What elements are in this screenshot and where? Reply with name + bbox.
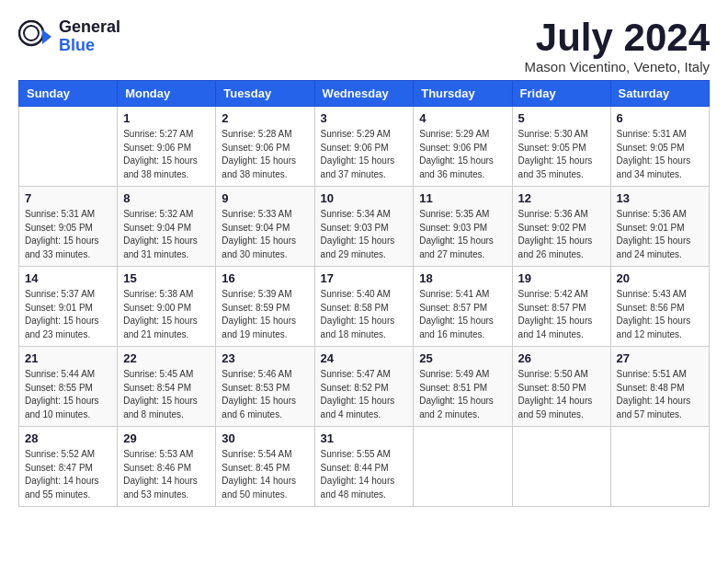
day-number: 5 bbox=[518, 111, 605, 125]
day-info: Sunrise: 5:49 AM Sunset: 8:51 PM Dayligh… bbox=[419, 368, 506, 421]
calendar-cell: 22Sunrise: 5:45 AM Sunset: 8:54 PM Dayli… bbox=[118, 347, 216, 427]
day-info: Sunrise: 5:28 AM Sunset: 9:06 PM Dayligh… bbox=[222, 128, 308, 181]
day-info: Sunrise: 5:51 AM Sunset: 8:48 PM Dayligh… bbox=[617, 368, 703, 421]
day-info: Sunrise: 5:46 AM Sunset: 8:53 PM Dayligh… bbox=[222, 368, 308, 421]
logo-text: General Blue bbox=[59, 18, 120, 55]
calendar-cell: 9Sunrise: 5:33 AM Sunset: 9:04 PM Daylig… bbox=[216, 187, 314, 267]
day-info: Sunrise: 5:50 AM Sunset: 8:50 PM Dayligh… bbox=[518, 368, 605, 421]
day-number: 15 bbox=[123, 271, 210, 285]
day-info: Sunrise: 5:55 AM Sunset: 8:44 PM Dayligh… bbox=[321, 448, 408, 501]
day-info: Sunrise: 5:38 AM Sunset: 9:00 PM Dayligh… bbox=[123, 288, 210, 341]
calendar-cell: 12Sunrise: 5:36 AM Sunset: 9:02 PM Dayli… bbox=[512, 187, 610, 267]
calendar-cell bbox=[512, 427, 610, 507]
calendar-cell: 11Sunrise: 5:35 AM Sunset: 9:03 PM Dayli… bbox=[414, 187, 512, 267]
day-info: Sunrise: 5:30 AM Sunset: 9:05 PM Dayligh… bbox=[518, 128, 605, 181]
logo-icon bbox=[18, 20, 51, 53]
calendar-cell: 20Sunrise: 5:43 AM Sunset: 8:56 PM Dayli… bbox=[610, 267, 709, 347]
day-info: Sunrise: 5:54 AM Sunset: 8:45 PM Dayligh… bbox=[222, 448, 308, 501]
day-number: 9 bbox=[222, 191, 308, 205]
logo-blue: Blue bbox=[59, 37, 120, 55]
calendar-cell: 8Sunrise: 5:32 AM Sunset: 9:04 PM Daylig… bbox=[118, 187, 216, 267]
calendar-week-1: 1Sunrise: 5:27 AM Sunset: 9:06 PM Daylig… bbox=[19, 107, 710, 187]
calendar-table: SundayMondayTuesdayWednesdayThursdayFrid… bbox=[18, 80, 710, 507]
day-info: Sunrise: 5:33 AM Sunset: 9:04 PM Dayligh… bbox=[222, 208, 308, 261]
header-wednesday: Wednesday bbox=[314, 81, 414, 107]
day-info: Sunrise: 5:43 AM Sunset: 8:56 PM Dayligh… bbox=[617, 288, 703, 341]
day-number: 18 bbox=[419, 271, 506, 285]
day-number: 16 bbox=[222, 271, 308, 285]
calendar-cell bbox=[414, 427, 512, 507]
day-info: Sunrise: 5:29 AM Sunset: 9:06 PM Dayligh… bbox=[321, 128, 408, 181]
header-tuesday: Tuesday bbox=[216, 81, 314, 107]
calendar-cell: 23Sunrise: 5:46 AM Sunset: 8:53 PM Dayli… bbox=[216, 347, 314, 427]
calendar-week-3: 14Sunrise: 5:37 AM Sunset: 9:01 PM Dayli… bbox=[19, 267, 710, 347]
day-info: Sunrise: 5:44 AM Sunset: 8:55 PM Dayligh… bbox=[25, 368, 111, 421]
header-saturday: Saturday bbox=[610, 81, 709, 107]
calendar-cell: 18Sunrise: 5:41 AM Sunset: 8:57 PM Dayli… bbox=[414, 267, 512, 347]
calendar-cell: 17Sunrise: 5:40 AM Sunset: 8:58 PM Dayli… bbox=[314, 267, 414, 347]
day-number: 27 bbox=[617, 351, 703, 365]
day-number: 24 bbox=[321, 351, 408, 365]
calendar-cell: 14Sunrise: 5:37 AM Sunset: 9:01 PM Dayli… bbox=[19, 267, 118, 347]
day-number: 14 bbox=[25, 271, 111, 285]
calendar-cell: 15Sunrise: 5:38 AM Sunset: 9:00 PM Dayli… bbox=[118, 267, 216, 347]
calendar-cell bbox=[19, 107, 118, 187]
day-number: 8 bbox=[123, 191, 210, 205]
day-info: Sunrise: 5:34 AM Sunset: 9:03 PM Dayligh… bbox=[321, 208, 408, 261]
calendar-cell: 10Sunrise: 5:34 AM Sunset: 9:03 PM Dayli… bbox=[314, 187, 414, 267]
day-number: 4 bbox=[419, 111, 506, 125]
logo: General Blue bbox=[18, 18, 120, 55]
day-number: 12 bbox=[518, 191, 605, 205]
calendar-cell: 13Sunrise: 5:36 AM Sunset: 9:01 PM Dayli… bbox=[610, 187, 709, 267]
day-info: Sunrise: 5:32 AM Sunset: 9:04 PM Dayligh… bbox=[123, 208, 210, 261]
day-number: 11 bbox=[419, 191, 506, 205]
day-info: Sunrise: 5:31 AM Sunset: 9:05 PM Dayligh… bbox=[617, 128, 703, 181]
day-info: Sunrise: 5:47 AM Sunset: 8:52 PM Dayligh… bbox=[321, 368, 408, 421]
calendar-week-4: 21Sunrise: 5:44 AM Sunset: 8:55 PM Dayli… bbox=[19, 347, 710, 427]
title-block: July 2024 Mason Vicentino, Veneto, Italy bbox=[524, 18, 710, 75]
day-number: 28 bbox=[25, 431, 111, 445]
day-number: 25 bbox=[419, 351, 506, 365]
day-info: Sunrise: 5:36 AM Sunset: 9:01 PM Dayligh… bbox=[617, 208, 703, 261]
day-number: 19 bbox=[518, 271, 605, 285]
header-monday: Monday bbox=[118, 81, 216, 107]
calendar-cell: 31Sunrise: 5:55 AM Sunset: 8:44 PM Dayli… bbox=[314, 427, 414, 507]
day-number: 20 bbox=[617, 271, 703, 285]
day-number: 22 bbox=[123, 351, 210, 365]
page-header: General Blue July 2024 Mason Vicentino, … bbox=[18, 18, 710, 75]
day-number: 13 bbox=[617, 191, 703, 205]
calendar-header-row: SundayMondayTuesdayWednesdayThursdayFrid… bbox=[19, 81, 710, 107]
day-info: Sunrise: 5:29 AM Sunset: 9:06 PM Dayligh… bbox=[419, 128, 506, 181]
calendar-cell: 1Sunrise: 5:27 AM Sunset: 9:06 PM Daylig… bbox=[118, 107, 216, 187]
calendar-cell: 16Sunrise: 5:39 AM Sunset: 8:59 PM Dayli… bbox=[216, 267, 314, 347]
day-info: Sunrise: 5:45 AM Sunset: 8:54 PM Dayligh… bbox=[123, 368, 210, 421]
calendar-cell: 25Sunrise: 5:49 AM Sunset: 8:51 PM Dayli… bbox=[414, 347, 512, 427]
header-friday: Friday bbox=[512, 81, 610, 107]
calendar-cell: 2Sunrise: 5:28 AM Sunset: 9:06 PM Daylig… bbox=[216, 107, 314, 187]
day-number: 10 bbox=[321, 191, 408, 205]
day-number: 17 bbox=[321, 271, 408, 285]
day-info: Sunrise: 5:35 AM Sunset: 9:03 PM Dayligh… bbox=[419, 208, 506, 261]
month-title: July 2024 bbox=[524, 18, 710, 57]
calendar-cell: 24Sunrise: 5:47 AM Sunset: 8:52 PM Dayli… bbox=[314, 347, 414, 427]
calendar-cell: 4Sunrise: 5:29 AM Sunset: 9:06 PM Daylig… bbox=[414, 107, 512, 187]
day-number: 21 bbox=[25, 351, 111, 365]
day-info: Sunrise: 5:53 AM Sunset: 8:46 PM Dayligh… bbox=[123, 448, 210, 501]
calendar-cell: 21Sunrise: 5:44 AM Sunset: 8:55 PM Dayli… bbox=[19, 347, 118, 427]
svg-marker-2 bbox=[42, 29, 51, 44]
calendar-week-5: 28Sunrise: 5:52 AM Sunset: 8:47 PM Dayli… bbox=[19, 427, 710, 507]
calendar-cell: 29Sunrise: 5:53 AM Sunset: 8:46 PM Dayli… bbox=[118, 427, 216, 507]
day-info: Sunrise: 5:39 AM Sunset: 8:59 PM Dayligh… bbox=[222, 288, 308, 341]
calendar-cell: 6Sunrise: 5:31 AM Sunset: 9:05 PM Daylig… bbox=[610, 107, 709, 187]
day-number: 26 bbox=[518, 351, 605, 365]
day-number: 23 bbox=[222, 351, 308, 365]
svg-point-1 bbox=[24, 26, 39, 40]
day-info: Sunrise: 5:27 AM Sunset: 9:06 PM Dayligh… bbox=[123, 128, 210, 181]
day-number: 31 bbox=[321, 431, 408, 445]
location: Mason Vicentino, Veneto, Italy bbox=[524, 59, 710, 75]
calendar-cell: 26Sunrise: 5:50 AM Sunset: 8:50 PM Dayli… bbox=[512, 347, 610, 427]
day-info: Sunrise: 5:40 AM Sunset: 8:58 PM Dayligh… bbox=[321, 288, 408, 341]
calendar-cell: 27Sunrise: 5:51 AM Sunset: 8:48 PM Dayli… bbox=[610, 347, 709, 427]
day-number: 30 bbox=[222, 431, 308, 445]
day-info: Sunrise: 5:52 AM Sunset: 8:47 PM Dayligh… bbox=[25, 448, 111, 501]
